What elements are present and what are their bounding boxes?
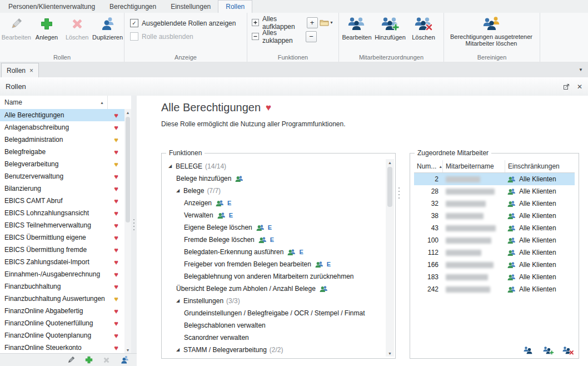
scrollbar-thumb[interactable] xyxy=(126,117,130,222)
favorite-heart-icon[interactable]: ♥ xyxy=(108,112,124,119)
favorite-heart-icon[interactable]: ♥ xyxy=(108,344,124,352)
tree-node[interactable]: Belege hinzufügen xyxy=(163,172,385,185)
role-row[interactable]: Belegadministration ♥ xyxy=(0,133,124,146)
tree-node[interactable]: ◢ Einstellungen (3/3) xyxy=(163,295,385,307)
berechtigungen-ausgetretener-loeschen-button[interactable]: Berechtigungen ausgetretener Mitarbeiter… xyxy=(446,15,536,47)
favorite-heart-icon[interactable]: ♥ xyxy=(108,149,124,156)
expander-icon[interactable]: ◢ xyxy=(176,189,183,193)
dropdown-caret-icon[interactable]: ▾ xyxy=(331,20,333,25)
role-row[interactable]: EBICS CAMT Abruf ♥ xyxy=(0,195,124,207)
favorite-heart-icon[interactable]: ♥ xyxy=(108,332,124,339)
edit-role-button[interactable] xyxy=(66,355,76,365)
document-tab-rollen[interactable]: Rollen × xyxy=(1,63,39,77)
tree-node[interactable]: Belegablehnung von anderen Mitarbeitern … xyxy=(163,270,385,283)
member-row[interactable]: 183 Alle Klienten xyxy=(414,271,575,283)
tree-node[interactable]: Belegdaten-Erkennung ausführen E xyxy=(163,246,385,258)
role-row[interactable]: EBICS Zahlungsdatei-Import ♥ xyxy=(0,256,124,268)
name-column-header[interactable]: Name ▲ xyxy=(0,96,108,109)
rolle-ausblenden-checkbox[interactable]: Rolle ausblenden xyxy=(130,32,247,41)
role-row[interactable]: EBICS Übermittlung eigene ♥ xyxy=(0,231,124,244)
member-row[interactable]: 43 Alle Klienten xyxy=(414,222,575,234)
favorite-heart-icon[interactable]: ♥ xyxy=(108,271,124,278)
role-row[interactable]: Bilanzierung ♥ xyxy=(0,182,124,195)
rolle-loeschen-button[interactable]: Löschen xyxy=(62,14,92,41)
tree-node[interactable]: Scanordner verwalten xyxy=(163,332,385,344)
zuordnung-loeschen-button[interactable]: Löschen xyxy=(407,14,440,41)
roles-scrollbar[interactable]: ▲ ▼ xyxy=(124,109,131,353)
role-row[interactable]: Belegfreigabe ♥ xyxy=(0,146,124,158)
role-row[interactable]: Alle Berechtigungen ♥ xyxy=(0,109,124,121)
tree-node[interactable]: Belegschablonen verwalten xyxy=(163,319,385,332)
member-row[interactable]: 100 Alle Klienten xyxy=(414,234,575,246)
member-row[interactable]: 112 Alle Klienten xyxy=(414,246,575,259)
number-column-header[interactable]: Num... ▲ xyxy=(414,160,443,172)
expander-icon[interactable]: ◢ xyxy=(176,348,183,352)
tab-close-icon[interactable]: × xyxy=(29,67,33,74)
member-row[interactable]: 38 Alle Klienten xyxy=(414,210,575,222)
role-row[interactable]: Finanzbuchhaltung ♥ xyxy=(0,280,124,293)
favorite-heart-icon[interactable]: ♥ xyxy=(108,173,124,180)
scroll-down-icon[interactable]: ▼ xyxy=(388,350,392,357)
tree-node[interactable]: Anzeigen E xyxy=(163,197,385,209)
collapse-node-button[interactable]: − xyxy=(306,31,317,42)
role-row[interactable]: Anlagenabschreibung ♥ xyxy=(0,121,124,133)
tree-node[interactable]: Übersicht Belege zum Abholen / Anzahl Be… xyxy=(163,283,385,295)
member-edit-button[interactable] xyxy=(522,345,536,356)
role-row[interactable]: FinanzOnline Quotenerfüllung ♥ xyxy=(0,317,124,329)
add-role-button[interactable] xyxy=(84,355,93,364)
tree-node[interactable]: ◢ BELEGE (14/14) xyxy=(163,160,385,172)
member-add-button[interactable] xyxy=(541,345,556,356)
role-row[interactable]: FinanzOnline Quotenplanung ♥ xyxy=(0,329,124,342)
favorite-heart-icon[interactable]: ♥ xyxy=(108,320,124,327)
expander-icon[interactable]: ◢ xyxy=(168,164,176,169)
member-row[interactable]: 28 Alle Klienten xyxy=(414,185,575,197)
tree-node[interactable]: Fremde Belege löschen E xyxy=(163,234,385,246)
ribbon-tab-personen-klientenverwaltung[interactable]: Personen/Klientenverwaltung xyxy=(1,0,102,13)
groupbox-splitter[interactable] xyxy=(398,187,400,199)
favorite-heart-icon[interactable]: ♥ xyxy=(108,210,124,217)
name-column-header[interactable]: Mitarbeitername xyxy=(443,160,505,172)
rolle-bearbeiten-button[interactable]: Bearbeiten xyxy=(1,14,32,41)
zuordnung-bearbeiten-button[interactable]: Bearbeiten xyxy=(340,14,373,41)
role-row[interactable]: EBICS Übermittlung fremde ♥ xyxy=(0,244,124,256)
favorite-heart-icon[interactable]: ♥ xyxy=(108,308,124,315)
folder-icon[interactable] xyxy=(320,19,329,26)
role-row[interactable]: Einnahmen-/Ausgabenrechnung ♥ xyxy=(0,268,124,280)
favorite-heart-icon[interactable]: ♥ xyxy=(108,259,124,266)
favorite-heart-icon[interactable]: ♥ xyxy=(108,283,124,290)
rolle-anlegen-button[interactable]: Anlegen xyxy=(32,14,62,41)
tab-list-dropdown-icon[interactable]: ▼ xyxy=(579,67,583,72)
delete-role-button[interactable] xyxy=(102,356,111,364)
favorite-heart-icon[interactable]: ♥ xyxy=(108,136,124,144)
tree-node[interactable]: Verwalten E xyxy=(163,209,385,221)
scrollbar-thumb[interactable] xyxy=(387,167,392,207)
favorite-heart-icon[interactable]: ♥ xyxy=(108,295,124,303)
expander-icon[interactable]: ◢ xyxy=(176,299,183,303)
role-row[interactable]: EBICS Teilnehmerverwaltung ♥ xyxy=(0,219,124,231)
member-row[interactable]: 166 Alle Klienten xyxy=(414,259,575,271)
tree-node[interactable]: Grundeinstellungen / Belegfreigabe / OCR… xyxy=(163,307,385,319)
alles-aufklappen-button[interactable]: Alles aufklappen xyxy=(262,15,304,31)
rolle-duplizieren-button[interactable]: Duplizieren xyxy=(92,14,123,41)
favorite-heart-icon[interactable]: ♥ xyxy=(108,124,124,131)
expand-node-button[interactable]: + xyxy=(307,17,318,28)
favorite-heart-icon[interactable]: ♥ xyxy=(108,246,124,254)
scroll-up-icon[interactable]: ▲ xyxy=(126,109,130,116)
float-panel-icon[interactable] xyxy=(563,83,570,90)
scroll-down-icon[interactable]: ▼ xyxy=(126,347,130,353)
favorite-heart-icon[interactable]: ♥ xyxy=(108,185,124,192)
close-panel-icon[interactable]: ✕ xyxy=(577,83,582,90)
member-row[interactable]: 2 Alle Klienten xyxy=(414,173,575,185)
favorite-heart-icon[interactable]: ♥ xyxy=(108,222,124,229)
member-row[interactable]: 242 Alle Klienten xyxy=(414,283,575,295)
favorite-heart-icon[interactable]: ♥ xyxy=(108,161,124,168)
member-delete-button[interactable] xyxy=(561,345,575,356)
role-row[interactable]: EBICS Lohnzahlungsansicht ♥ xyxy=(0,207,124,219)
favorite-heart-icon[interactable]: ♥ xyxy=(108,197,124,205)
member-row[interactable]: 32 Alle Klienten xyxy=(414,197,575,210)
tree-node[interactable]: ◢ STAMM / Belegverarbeitung (2/2) xyxy=(163,344,385,356)
functions-tree-scrollbar[interactable]: ▲ ▼ xyxy=(386,159,394,357)
role-row[interactable]: FinanzOnline Abgabefertig ♥ xyxy=(0,305,124,317)
favorite-heart-icon[interactable]: ♥ xyxy=(108,234,124,241)
favorite-column-header[interactable] xyxy=(108,96,131,109)
